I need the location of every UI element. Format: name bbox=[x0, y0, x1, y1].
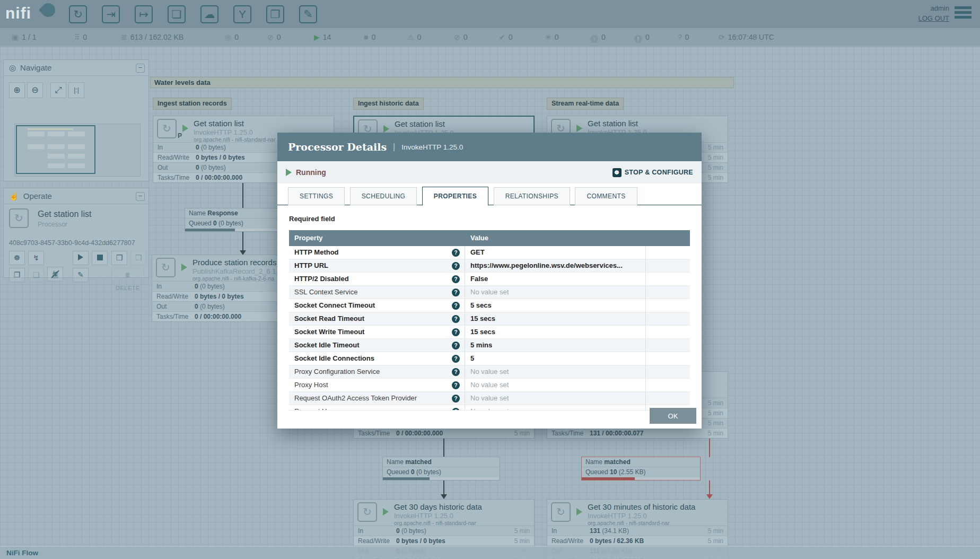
tab-settings[interactable]: SETTINGS bbox=[288, 187, 345, 205]
help-icon[interactable]: ? bbox=[452, 381, 460, 389]
help-icon[interactable]: ? bbox=[452, 328, 460, 336]
tab-relationships[interactable]: RELATIONSHIPS bbox=[494, 187, 570, 205]
zoom-fit-button[interactable]: ⤢ bbox=[50, 82, 66, 98]
connection-arrowhead bbox=[706, 494, 713, 499]
connection-label-matched-backpressure[interactable]: Name matched Queued 10 (2.55 KB) bbox=[581, 457, 701, 481]
dialog-header: Processor Details | InvokeHTTP 1.25.0 bbox=[277, 133, 702, 161]
help-icon[interactable]: ? bbox=[452, 342, 460, 350]
processor-bundle: org.apache.nifi - nifi-standard-nar bbox=[194, 136, 276, 143]
grid-icon: ⠿ bbox=[74, 33, 80, 41]
stop-button[interactable] bbox=[92, 251, 108, 265]
asterisk-icon: ✳ bbox=[545, 33, 552, 41]
collapse-operate-button[interactable]: − bbox=[136, 192, 145, 201]
process-group-icon[interactable]: ❏ bbox=[168, 5, 186, 23]
configure-button[interactable]: ☸ bbox=[9, 251, 25, 265]
help-icon[interactable]: ? bbox=[452, 355, 460, 363]
connection-line[interactable] bbox=[443, 481, 444, 495]
canvas-label-stream-real-time-data[interactable]: Stream real-time data bbox=[547, 98, 624, 110]
connection-line-alert[interactable] bbox=[709, 481, 710, 495]
group-button[interactable]: ▦ bbox=[47, 268, 63, 282]
primary-node-badge: P bbox=[178, 132, 182, 139]
status-queued: ≣613 / 162.02 KB bbox=[121, 28, 183, 47]
logout-link[interactable]: LOG OUT bbox=[918, 14, 949, 22]
help-icon[interactable]: ? bbox=[452, 275, 460, 283]
help-icon[interactable]: ? bbox=[452, 368, 460, 376]
status-bar: ▣1 / 1 ⠿0 ≣613 / 162.02 KB ◎0 ⊘0 ▶14 ■0 … bbox=[0, 28, 980, 47]
zoom-actual-button[interactable]: |:| bbox=[68, 82, 84, 98]
help-icon[interactable]: ? bbox=[452, 262, 460, 270]
revert-version-button[interactable]: ❒ bbox=[130, 251, 146, 265]
stat-row: Read/Write0 bytes / 62.36 KB5 min bbox=[547, 536, 728, 546]
status-remote-transmission: ⠿0 bbox=[74, 28, 87, 47]
breadcrumb[interactable]: NiFi Flow bbox=[6, 549, 38, 557]
current-user: admin bbox=[931, 4, 949, 12]
color-button[interactable]: ✎ bbox=[73, 268, 89, 282]
global-menu-icon[interactable] bbox=[955, 6, 972, 21]
property-row[interactable]: Proxy Host?No value set bbox=[289, 379, 690, 392]
processor-icon[interactable]: ↻ bbox=[69, 5, 87, 23]
property-row[interactable]: Socket Idle Timeout?5 mins bbox=[289, 339, 690, 352]
running-icon bbox=[383, 125, 389, 133]
connection-line-alert[interactable] bbox=[709, 437, 710, 457]
connection-line[interactable] bbox=[443, 437, 444, 457]
processor-title: Get 30 minutes of historic data bbox=[588, 502, 695, 511]
tab-properties[interactable]: PROPERTIES bbox=[422, 187, 488, 206]
property-row[interactable]: HTTP Method?GET bbox=[289, 246, 690, 259]
properties-table: Property Value HTTP Method?GET HTTP URL?… bbox=[289, 230, 690, 410]
connection-label-response[interactable]: Name Response Queued 0 (0 bytes) bbox=[185, 208, 281, 232]
tab-scheduling[interactable]: SCHEDULING bbox=[350, 187, 417, 205]
ok-button[interactable]: OK bbox=[650, 408, 696, 424]
running-icon: ▶ bbox=[314, 33, 320, 41]
help-icon[interactable]: ? bbox=[452, 302, 460, 310]
queue-bar bbox=[383, 477, 500, 480]
zoom-in-button[interactable]: ⊕ bbox=[9, 82, 25, 98]
property-row[interactable]: SSL Context Service?No value set bbox=[289, 286, 690, 299]
delete-button[interactable]: 🗑 DELETE bbox=[111, 268, 144, 282]
dialog-subtitle: InvokeHTTP 1.25.0 bbox=[401, 143, 463, 151]
property-row[interactable]: HTTP URL?https://www.pegelonline.wsv.de/… bbox=[289, 259, 690, 273]
paste-button[interactable]: ❑ bbox=[28, 268, 44, 282]
birdseye-minimap[interactable] bbox=[14, 124, 141, 177]
property-row[interactable]: Socket Idle Connections?5 bbox=[289, 352, 690, 365]
processor-icon: ↻ bbox=[9, 208, 29, 228]
input-port-icon[interactable]: ⇥ bbox=[102, 5, 120, 23]
help-icon[interactable]: ? bbox=[452, 395, 460, 403]
status-sync-failure: ?0 bbox=[678, 28, 689, 47]
status-clustered-nodes: ▣1 / 1 bbox=[12, 28, 36, 47]
connection-label-matched[interactable]: Name matched Queued 0 (0 bytes) bbox=[382, 457, 500, 481]
stop-and-configure-button[interactable]: ☸STOP & CONFIGURE bbox=[612, 168, 693, 177]
commit-version-button[interactable]: ❒ bbox=[111, 251, 127, 265]
help-icon[interactable]: ? bbox=[452, 315, 460, 323]
start-button[interactable] bbox=[73, 251, 89, 265]
processor-bundle: org.apache.nifi - nifi-standard-nar bbox=[588, 520, 670, 526]
output-port-icon[interactable]: ↦ bbox=[135, 5, 153, 23]
tab-comments[interactable]: COMMENTS bbox=[575, 187, 637, 205]
property-row[interactable]: Socket Connect Timeout?5 secs bbox=[289, 299, 690, 312]
connection-arrowhead bbox=[441, 494, 447, 499]
question-icon: ? bbox=[678, 33, 682, 41]
processor-icon: ↻ bbox=[157, 119, 177, 138]
property-row[interactable]: Socket Write Timeout?15 secs bbox=[289, 326, 690, 339]
running-icon bbox=[383, 508, 389, 516]
refresh-icon[interactable]: ⟳ bbox=[719, 33, 725, 41]
canvas-label-water-levels[interactable]: Water levels data bbox=[150, 77, 734, 88]
canvas-label-ingest-station-records[interactable]: Ingest station records bbox=[153, 98, 232, 110]
processor-bundle: org.apache.nifi - nifi-kafka-2-6-na bbox=[192, 275, 274, 282]
property-row[interactable]: HTTP/2 Disabled?False bbox=[289, 273, 690, 286]
help-icon[interactable]: ? bbox=[452, 289, 460, 296]
label-icon[interactable]: ✎ bbox=[299, 5, 317, 23]
template-icon[interactable]: ❐ bbox=[266, 5, 284, 23]
unsecured-icon: ⊘ bbox=[267, 33, 274, 41]
help-icon[interactable]: ? bbox=[452, 249, 460, 257]
copy-button[interactable]: ❐ bbox=[9, 268, 25, 282]
funnel-icon[interactable]: Y bbox=[233, 5, 251, 23]
enable-button[interactable]: ↯ bbox=[28, 251, 44, 265]
user-area: admin LOG OUT bbox=[918, 4, 949, 22]
collapse-navigate-button[interactable]: − bbox=[136, 64, 145, 73]
remote-process-group-icon[interactable]: ☁ bbox=[200, 5, 218, 23]
property-row[interactable]: Socket Read Timeout?15 secs bbox=[289, 312, 690, 326]
zoom-out-button[interactable]: ⊖ bbox=[27, 82, 43, 98]
property-row[interactable]: Proxy Configuration Service?No value set bbox=[289, 365, 690, 379]
processor-icon: ↻ bbox=[551, 502, 571, 522]
canvas-label-ingest-historic-data[interactable]: Ingest historic data bbox=[353, 98, 424, 110]
